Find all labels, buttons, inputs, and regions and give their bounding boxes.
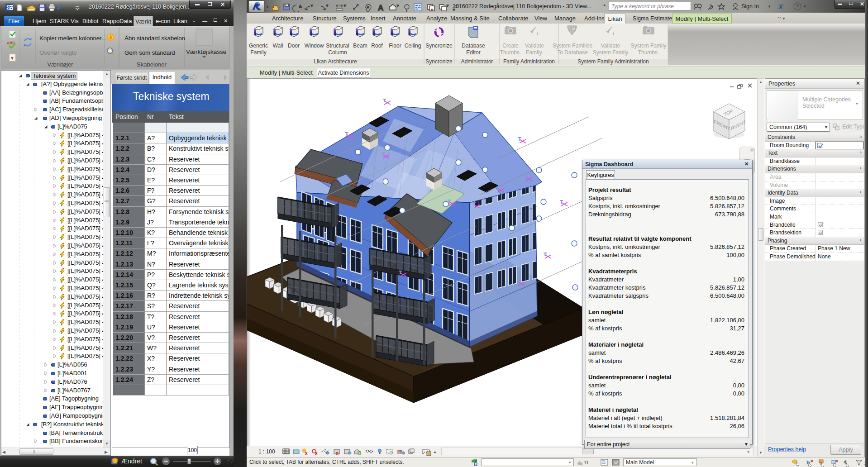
svg-text:Structural: Structural [326, 43, 349, 49]
svg-text:▾: ▾ [804, 4, 806, 9]
svg-text:System Family: System Family [593, 49, 629, 56]
svg-text:Door: Door [288, 43, 300, 49]
svg-text:x: x [305, 451, 308, 456]
svg-text:Sign In: Sign In [741, 3, 759, 10]
svg-text:Create: Create [502, 43, 519, 49]
svg-text:Family.: Family. [526, 49, 543, 56]
svg-text:Editor: Editor [466, 49, 480, 56]
svg-text:To Database: To Database [557, 49, 588, 56]
svg-text:Window: Window [305, 43, 324, 49]
svg-text:x: x [336, 450, 339, 456]
svg-text:Administrator: Administrator [461, 58, 493, 65]
svg-text:Roof: Roof [371, 43, 383, 49]
svg-text:▾: ▾ [397, 4, 399, 8]
svg-text:A: A [378, 4, 383, 12]
svg-text:▾: ▾ [311, 4, 313, 8]
svg-text:?: ? [796, 4, 799, 9]
svg-text:Syncronize: Syncronize [425, 43, 453, 49]
svg-text:Validate: Validate [525, 43, 544, 49]
svg-text:X: X [778, 3, 783, 10]
svg-text:Floor: Floor [389, 43, 401, 49]
svg-text:Validate: Validate [601, 43, 620, 49]
svg-text:Wall: Wall [273, 43, 283, 49]
svg-text:System Family Administration: System Family Administration [577, 58, 649, 65]
svg-text:Column: Column [328, 49, 347, 56]
svg-text:Family Administration: Family Administration [503, 58, 555, 65]
svg-text:System Family: System Family [631, 43, 667, 49]
svg-text:Family: Family [250, 49, 266, 56]
svg-text:Σ: Σ [6, 5, 10, 11]
svg-text:▾: ▾ [326, 4, 328, 8]
svg-text:▾: ▾ [768, 4, 771, 9]
svg-text:▾: ▾ [344, 4, 346, 8]
svg-text:✕: ✕ [835, 459, 839, 463]
svg-text:Thumbs.: Thumbs. [638, 49, 659, 56]
svg-text:▾: ▾ [447, 4, 448, 8]
svg-text:Database: Database [462, 43, 485, 49]
svg-text:✕: ✕ [810, 459, 814, 463]
svg-text:Generic: Generic [249, 43, 268, 49]
svg-text:x: x [315, 451, 318, 456]
svg-text:Likan Architecture: Likan Architecture [314, 58, 357, 65]
svg-text:Ceiling: Ceiling [405, 43, 421, 49]
svg-text:Thumbs.: Thumbs. [500, 49, 521, 56]
svg-text:Syncronize: Syncronize [425, 58, 453, 65]
svg-text:Beam: Beam [353, 43, 367, 49]
svg-text:◂: ◂ [434, 450, 436, 454]
svg-text::0: :0 [584, 460, 588, 465]
